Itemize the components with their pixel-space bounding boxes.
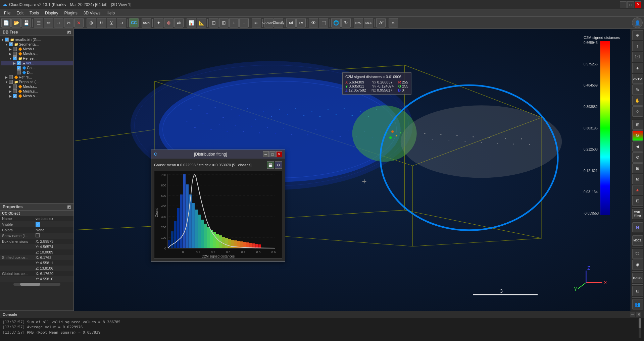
rt-btn-rotate[interactable]: ↻ bbox=[632, 84, 643, 95]
open-button[interactable]: 📂 bbox=[11, 18, 21, 27]
rt-csf-filter[interactable]: CSFFilter bbox=[632, 209, 643, 219]
tree-item-results[interactable]: ▾ ✓ 📁 results.bin (G:... bbox=[1, 37, 73, 42]
tree-item-meshr1[interactable]: ▶ 🔶 Mesh.r... bbox=[1, 47, 73, 51]
tree-item-meshr2[interactable]: ▶ 🔶 Mesh.r... bbox=[1, 84, 73, 89]
cb-segmenta[interactable]: ✓ bbox=[9, 42, 13, 46]
expander-meshs2[interactable]: ▶ bbox=[9, 90, 12, 93]
tree-item-meshs1[interactable]: ▶ 🔶 Mesh.s... bbox=[1, 51, 73, 56]
viewport[interactable]: + X Z Y 3 C2M signed distances = 0.61090… bbox=[74, 29, 631, 311]
globe-button[interactable]: 🌐 bbox=[331, 18, 341, 27]
menu-tools[interactable]: Tools bbox=[27, 10, 42, 16]
tree-item-meshs3[interactable]: ▶ ✓ 🔶 Mesh.s... bbox=[1, 94, 73, 98]
normals-button[interactable]: ⊻ bbox=[107, 18, 116, 27]
close-button[interactable]: ✕ bbox=[635, 1, 641, 8]
rt-btn-9[interactable]: ⊚ bbox=[632, 152, 643, 162]
user-avatar[interactable]: 👤 bbox=[632, 17, 643, 28]
tree-item-refse[interactable]: ▾ ✓ 📁 Ref.se... bbox=[1, 56, 73, 61]
rt-btn-11[interactable]: ⊠ bbox=[632, 174, 643, 184]
measure-button[interactable]: 📐 bbox=[197, 18, 206, 27]
expander-ver[interactable]: ▶ bbox=[13, 61, 16, 65]
rt-btn-back[interactable]: ◀ bbox=[632, 141, 643, 152]
dist-export-button[interactable]: 💾 bbox=[267, 161, 274, 169]
rt-btn-4[interactable]: + bbox=[632, 63, 643, 73]
rotate-button[interactable]: ↻ bbox=[341, 18, 351, 27]
tree-item-refre[interactable]: ▶ 🔶 Ref.re... bbox=[1, 75, 73, 79]
tree-item-segmenta[interactable]: ▾ ✓ 📁 Segmenta... bbox=[1, 42, 73, 47]
rt-btn-circle[interactable]: ◉ bbox=[632, 260, 643, 270]
s-button[interactable]: 𝒮 bbox=[376, 18, 386, 27]
tree-item-meshs2[interactable]: ▶ 🔶 Mesh.s... bbox=[1, 89, 73, 94]
expander-meshs3[interactable]: ▶ bbox=[9, 94, 12, 98]
cb-refse[interactable]: ✓ bbox=[13, 56, 17, 60]
menu-3dviews[interactable]: 3D Views bbox=[81, 10, 103, 16]
menu-display[interactable]: Display bbox=[42, 10, 61, 16]
cb-results[interactable]: ✓ bbox=[5, 38, 9, 42]
expander-results[interactable]: ▾ bbox=[1, 38, 4, 42]
cb-ver[interactable]: ✓ bbox=[17, 61, 21, 65]
cc-button[interactable]: CC bbox=[129, 18, 139, 27]
console-scrollbar[interactable] bbox=[639, 318, 641, 338]
scalar-button[interactable]: ⊸ bbox=[117, 18, 126, 27]
dist-dialog-titlebar[interactable]: C [Distribution fitting] ─ □ ✕ bbox=[151, 150, 285, 159]
chart-button[interactable]: 📊 bbox=[187, 18, 196, 27]
rt-btn-layers2[interactable]: ⊟ bbox=[632, 286, 643, 296]
more-button[interactable]: » bbox=[389, 18, 398, 27]
nc-button[interactable]: N+C bbox=[354, 18, 363, 27]
prop-scrollbar[interactable] bbox=[0, 282, 73, 287]
points-button[interactable]: ⠿ bbox=[97, 18, 106, 27]
save-button[interactable]: 💾 bbox=[21, 18, 31, 27]
del-view-button[interactable]: - bbox=[239, 18, 249, 27]
translate-button[interactable]: ↔ bbox=[54, 18, 63, 27]
rt-btn-pack[interactable]: BACK bbox=[632, 273, 643, 283]
maximize-button[interactable]: □ bbox=[627, 1, 634, 8]
view2-button[interactable]: ⬚ bbox=[319, 18, 328, 27]
cb-meshs1[interactable] bbox=[13, 52, 17, 56]
cb-meshs2[interactable] bbox=[13, 89, 17, 93]
sor-button[interactable]: SOR bbox=[142, 18, 151, 27]
rt-btn-auto[interactable]: AUTO bbox=[632, 74, 643, 84]
menu-plugins[interactable]: Plugins bbox=[61, 10, 80, 16]
rt-btn-m3c2[interactable]: M3C2 bbox=[632, 235, 643, 245]
zoom-select-button[interactable]: ⊞ bbox=[219, 18, 229, 27]
new-button[interactable]: 📄 bbox=[1, 18, 11, 27]
expander-meshr2[interactable]: ▶ bbox=[9, 85, 12, 89]
icp-button[interactable]: ⇄ bbox=[174, 18, 184, 27]
canupo-classify-btn[interactable]: CANUPO bbox=[264, 18, 274, 27]
rt-btn-select[interactable]: ⊹ bbox=[632, 106, 643, 116]
minimize-button[interactable]: ─ bbox=[620, 1, 627, 8]
sf-button[interactable]: SF bbox=[252, 18, 261, 27]
edit-button[interactable]: ✏ bbox=[44, 18, 53, 27]
zoom-fit-button[interactable]: ⊡ bbox=[209, 18, 218, 27]
dist-settings-button[interactable]: ⚙ bbox=[275, 161, 282, 169]
cb-meshr1[interactable] bbox=[13, 47, 17, 51]
cb-prepp[interactable] bbox=[9, 80, 13, 84]
rt-btn-12[interactable]: 🔺 bbox=[632, 185, 643, 195]
expander-refre[interactable]: ▶ bbox=[5, 75, 8, 79]
rt-btn-1[interactable]: ⊗ bbox=[632, 30, 643, 40]
tree-item-di[interactable]: 🔷 Di... bbox=[1, 70, 73, 75]
tree-item-co[interactable]: ✓ 🔷 Co... bbox=[1, 65, 73, 70]
rt-btn-people[interactable]: 👥 bbox=[632, 299, 643, 309]
cb-meshs3[interactable]: ✓ bbox=[13, 94, 17, 98]
rt-btn-gradient[interactable]: G bbox=[632, 130, 643, 140]
properties-button[interactable]: ☰ bbox=[34, 18, 43, 27]
cb-di[interactable] bbox=[17, 70, 21, 74]
rt-btn-shield[interactable]: 🛡 bbox=[632, 249, 643, 259]
mls-button[interactable]: MLS bbox=[364, 18, 373, 27]
tree-item-ver[interactable]: ▶ ✓ ☁ ver... bbox=[1, 61, 73, 65]
tree-content[interactable]: ▾ ✓ 📁 results.bin (G:... ▾ ✓ 📁 Segmenta.… bbox=[0, 36, 73, 100]
dist-maximize-button[interactable]: □ bbox=[269, 151, 276, 157]
cross-section-button[interactable]: ✦ bbox=[154, 18, 163, 27]
rt-btn-2[interactable]: ↑ bbox=[632, 41, 643, 51]
cb-refre[interactable] bbox=[9, 75, 13, 79]
add-view-button[interactable]: + bbox=[229, 18, 239, 27]
expander-prepp[interactable]: ▾ bbox=[5, 80, 8, 84]
expander-meshs1[interactable]: ▶ bbox=[9, 52, 12, 56]
sample-button[interactable]: ⊕ bbox=[87, 18, 96, 27]
cb-meshr2[interactable] bbox=[13, 84, 17, 89]
rt-btn-layers[interactable]: ⊞ bbox=[632, 120, 643, 130]
delete-button[interactable]: ✕ bbox=[74, 18, 84, 27]
rt-btn-10[interactable]: ⊞ bbox=[632, 163, 643, 173]
cb-co[interactable]: ✓ bbox=[17, 66, 21, 70]
dist-close-button[interactable]: ✕ bbox=[276, 151, 282, 157]
